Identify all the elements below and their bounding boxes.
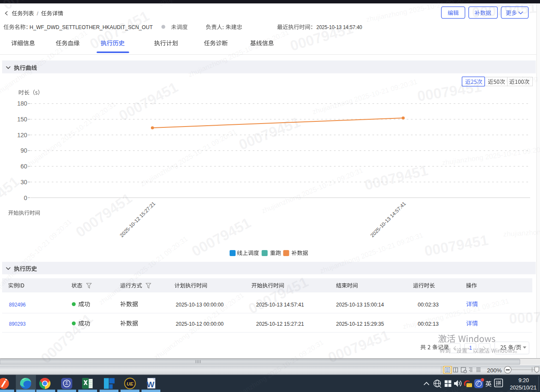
svg-text:zhujianzhong 2025-10-21 09:20:: zhujianzhong 2025-10-21 09:20:31 <box>0 29 89 97</box>
svg-text:00079451: 00079451 <box>246 274 311 317</box>
svg-text:00079451: 00079451 <box>189 214 254 259</box>
svg-text:00079451: 00079451 <box>38 310 96 366</box>
svg-text:zhujianzhong 2025-10-21 09:20:: zhujianzhong 2025-10-21 09:20:31 <box>260 166 364 215</box>
svg-text:zhujianzhong 2025-10-21 09:20:: zhujianzhong 2025-10-21 09:20:31 <box>0 218 73 297</box>
svg-text:zhujianzhong 2025-10-21 09:20:: zhujianzhong 2025-10-21 09:20:31 <box>366 0 474 23</box>
svg-text:00079451: 00079451 <box>471 0 537 21</box>
svg-text:zhujianzhong 2025-10-21 09:20:: zhujianzhong 2025-10-21 09:20:31 <box>97 235 189 306</box>
svg-text:zhujianzhong 2025-10-21 09:20:: zhujianzhong 2025-10-21 09:20:31 <box>158 0 261 7</box>
svg-text:00079451: 00079451 <box>73 190 135 240</box>
svg-text:zhujianzhong 2025-10-21 09:20:: zhujianzhong 2025-10-21 09:20:31 <box>139 127 238 188</box>
svg-text:00079451: 00079451 <box>326 327 392 366</box>
svg-text:00079451: 00079451 <box>509 307 540 327</box>
svg-text:zhujianzhong 2025-10-21 09:20:: zhujianzhong 2025-10-21 09:20:31 <box>496 71 540 84</box>
svg-text:00079451: 00079451 <box>116 79 180 124</box>
svg-text:00079451: 00079451 <box>87 8 152 53</box>
svg-text:00079451: 00079451 <box>236 114 303 153</box>
svg-text:00079451: 00079451 <box>363 162 430 193</box>
svg-text:zhujianzhong 2025-10-21 09:20:: zhujianzhong 2025-10-21 09:20:31 <box>390 374 497 392</box>
svg-text:zhujianzhong 2025-10-21 09:20:: zhujianzhong 2025-10-21 09:20:31 <box>319 231 424 275</box>
svg-text:zhujianzhong 2025-10-21 09:20:: zhujianzhong 2025-10-21 09:20:31 <box>228 338 325 392</box>
svg-text:zhujianzhong 2025-10-21 09:20:: zhujianzhong 2025-10-21 09:20:31 <box>24 100 117 169</box>
svg-text:zhujianzhong 2025-10-21 09:20:: zhujianzhong 2025-10-21 09:20:31 <box>402 297 510 330</box>
svg-text:zhujianzhong 2025-10-21 09:20:: zhujianzhong 2025-10-21 09:20:31 <box>0 0 2 62</box>
svg-text:zhujianzhong 2025-10-21 09:20:: zhujianzhong 2025-10-21 09:20:31 <box>503 224 540 238</box>
svg-text:zhujianzhong 2025-10-21 09:20:: zhujianzhong 2025-10-21 09:20:31 <box>187 28 290 79</box>
svg-text:zhujianzhong 2025-10-21 09:20:: zhujianzhong 2025-10-21 09:20:31 <box>152 291 245 361</box>
svg-text:00079451: 00079451 <box>288 20 355 54</box>
svg-text:00079451: 00079451 <box>497 383 540 392</box>
svg-text:zhujianzhong 2025-10-21 09:20:: zhujianzhong 2025-10-21 09:20:31 <box>311 77 418 115</box>
svg-text:00079451: 00079451 <box>423 232 490 259</box>
svg-text:00079451: 00079451 <box>0 173 22 227</box>
svg-text:00079451: 00079451 <box>416 78 482 104</box>
svg-text:zhujianzhong 2025-10-21 09:20:: zhujianzhong 2025-10-21 09:20:31 <box>441 144 540 166</box>
svg-text:00079451: 00079451 <box>0 0 64 13</box>
